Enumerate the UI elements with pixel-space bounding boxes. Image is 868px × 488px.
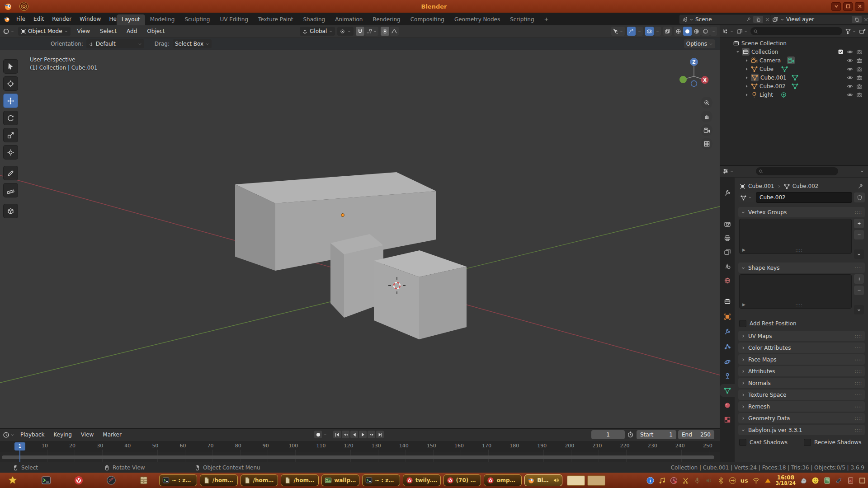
tray-calculator-icon[interactable] (823, 477, 831, 484)
next-key-button[interactable] (368, 431, 375, 438)
panel-grip-icon[interactable]: :::: (855, 369, 862, 374)
launcher-terminal[interactable] (41, 475, 52, 486)
scene-selector[interactable]: Scene (679, 14, 772, 24)
properties-tab-material[interactable] (720, 399, 735, 412)
collapse-icon[interactable] (736, 50, 740, 54)
panel-grip-icon[interactable]: :::: (855, 404, 862, 409)
zoom-button[interactable] (701, 97, 712, 108)
panel-header-vertex-groups[interactable]: Vertex Groups:::: (738, 207, 865, 217)
tool-annotate-button[interactable] (3, 166, 18, 180)
expand-icon[interactable] (745, 67, 749, 71)
datablock-type-dropdown[interactable] (738, 193, 754, 202)
viewlayer-selector[interactable]: ViewLayer (770, 14, 868, 24)
keyboard-layout-indicator[interactable]: us (741, 477, 748, 484)
shading-solid-toggle[interactable] (683, 27, 692, 36)
tab-modeling[interactable]: Modeling (145, 14, 180, 25)
timeline-editor-type-button[interactable] (3, 432, 14, 438)
scene-name[interactable]: Scene (695, 16, 744, 23)
timeline-ruler[interactable]: 1102030405060708090100110120130140150160… (0, 441, 720, 452)
proportional-edit-toggle[interactable] (381, 27, 389, 36)
tool-scale-button[interactable] (3, 128, 18, 142)
viewport-menu-add[interactable]: Add (123, 27, 140, 36)
tray-music-icon[interactable] (658, 477, 666, 484)
exclude-checkbox[interactable] (838, 49, 844, 55)
camera-view-button[interactable] (701, 124, 712, 136)
tray-smiley-icon[interactable] (811, 477, 819, 484)
preview-range-stopwatch-icon[interactable] (627, 431, 634, 438)
pager-desktop-1[interactable] (567, 475, 585, 486)
viewlayer-name[interactable]: ViewLayer (786, 16, 850, 23)
outliner-item-label[interactable]: Cube.001 (760, 75, 787, 81)
hide-viewport-toggle[interactable] (847, 49, 853, 55)
viewport-menu-select[interactable]: Select (97, 27, 120, 36)
desktop-pager[interactable] (567, 475, 605, 486)
tab-rendering[interactable]: Rendering (368, 14, 405, 25)
pivot-dropdown[interactable] (337, 27, 354, 36)
hide-viewport-toggle[interactable] (847, 92, 853, 98)
navigation-gizmo[interactable]: ZX (678, 56, 710, 88)
list-add-button[interactable] (854, 219, 864, 228)
outliner-row-collection[interactable]: Collection (720, 47, 868, 56)
unlink-scene-icon[interactable] (765, 17, 770, 22)
shading-material-preview-toggle[interactable] (692, 27, 701, 36)
tab-compositing[interactable]: Compositing (406, 14, 449, 25)
expand-icon[interactable] (745, 84, 749, 89)
viewport-menu-object[interactable]: Object (144, 27, 168, 36)
cast-shadows-checkbox[interactable] (739, 439, 746, 446)
viewport-menu-view[interactable]: View (74, 27, 93, 36)
outliner-row-cube-002[interactable]: Cube.002 (720, 82, 868, 90)
outliner-item-label[interactable]: Cube (760, 66, 774, 72)
properties-tab-object[interactable] (720, 310, 735, 323)
taskbar-window-ompaav[interactable]: ompaav... (484, 474, 522, 486)
expand-icon[interactable] (745, 75, 749, 80)
mode-dropdown[interactable]: Object Mode (18, 27, 71, 36)
expand-icon[interactable] (745, 93, 749, 97)
taskbar-window-zsh[interactable]: ~ : zsh ... (362, 474, 400, 486)
breadcrumb-data[interactable]: Cube.002 (793, 183, 819, 189)
proportional-falloff-dropdown[interactable] (390, 27, 399, 36)
properties-tab-tool[interactable] (720, 187, 735, 199)
orientation-setting-dropdown[interactable]: Default (86, 39, 144, 48)
current-frame-field[interactable]: 1 (591, 430, 625, 439)
timeline-menu-view[interactable]: View (78, 430, 97, 439)
window-titlebar[interactable]: Blender (0, 0, 868, 13)
outliner-item-label[interactable]: Scene Collection (741, 40, 787, 47)
tab-geometry-nodes[interactable]: Geometry Nodes (449, 14, 505, 25)
tray-mic-icon[interactable] (693, 477, 701, 484)
tab-shading[interactable]: Shading (298, 14, 330, 25)
add-rest-position-checkbox[interactable] (739, 320, 746, 327)
outliner-item-label[interactable]: Light (760, 92, 773, 98)
shading-dropdown[interactable] (710, 27, 717, 36)
list-remove-button[interactable] (854, 230, 864, 239)
properties-search-input[interactable] (756, 167, 838, 175)
snap-toggle[interactable] (356, 27, 364, 36)
jump-end-button[interactable] (376, 431, 384, 438)
breadcrumb-object[interactable]: Cube.001 (748, 183, 774, 189)
properties-tab-viewlayer[interactable] (720, 246, 735, 258)
list-resize-grip-icon[interactable]: :::: (796, 303, 803, 307)
drag-setting-dropdown[interactable]: Select Box (173, 39, 212, 48)
outliner-row-cube-001[interactable]: Cube.001 (720, 73, 868, 82)
panel-grip-icon[interactable]: :::: (855, 393, 862, 397)
options-dropdown[interactable]: Options (684, 39, 715, 48)
outliner-display-mode-button[interactable] (736, 28, 748, 34)
tool-move-button[interactable] (3, 94, 18, 108)
pager-desktop-2[interactable] (587, 475, 605, 486)
viewport-3d[interactable]: Object ModeViewSelectAddObjectGlobal Ori… (0, 25, 720, 428)
menu-window[interactable]: Window (76, 14, 104, 23)
frame-end-field[interactable]: End250 (678, 430, 714, 439)
properties-tab-physics[interactable] (720, 356, 735, 368)
datablock-name-field[interactable]: Cube.002 (756, 192, 852, 203)
tray-square-icon[interactable] (859, 477, 866, 484)
tray-scissors-icon[interactable] (682, 477, 689, 484)
taskbar-window-home[interactable]: /home/... (281, 474, 319, 486)
hide-viewport-toggle[interactable] (847, 83, 853, 89)
tab-scripting[interactable]: Scripting (505, 14, 539, 25)
timeline-menu-playback[interactable]: Playback (17, 430, 48, 439)
play-reverse-button[interactable] (350, 431, 358, 438)
show-overlays-toggle[interactable] (645, 27, 654, 36)
pin-icon[interactable] (746, 17, 751, 22)
scene-render[interactable] (0, 50, 720, 428)
properties-tab-particles[interactable] (720, 340, 735, 353)
disable-render-toggle[interactable] (856, 92, 863, 98)
